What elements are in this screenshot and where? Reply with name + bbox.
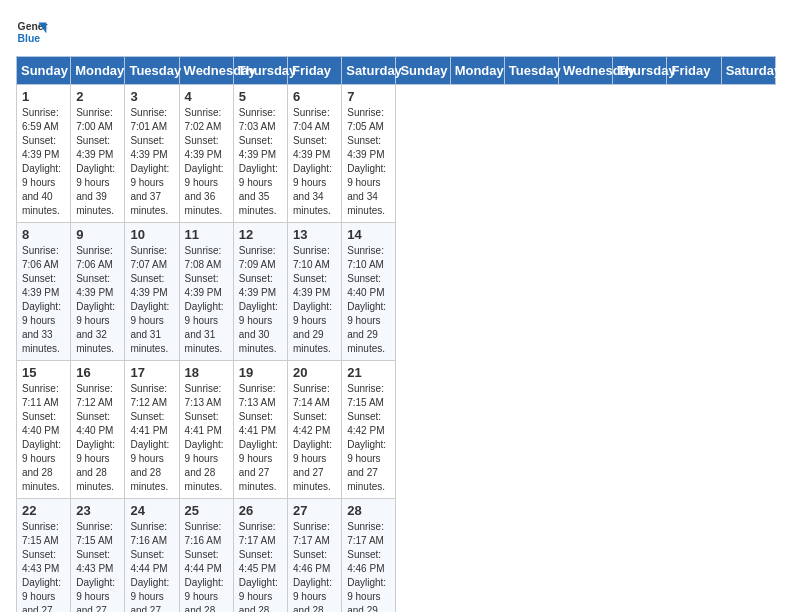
day-number: 11 <box>185 227 228 242</box>
day-info: Sunrise: 7:17 AM Sunset: 4:46 PM Dayligh… <box>347 520 390 612</box>
day-info: Sunrise: 7:03 AM Sunset: 4:39 PM Dayligh… <box>239 106 282 218</box>
svg-text:Blue: Blue <box>18 33 41 44</box>
day-number: 17 <box>130 365 173 380</box>
day-info: Sunrise: 7:15 AM Sunset: 4:43 PM Dayligh… <box>76 520 119 612</box>
day-number: 24 <box>130 503 173 518</box>
calendar-cell: 7 Sunrise: 7:05 AM Sunset: 4:39 PM Dayli… <box>342 85 396 223</box>
day-info: Sunrise: 6:59 AM Sunset: 4:39 PM Dayligh… <box>22 106 65 218</box>
day-info: Sunrise: 7:12 AM Sunset: 4:41 PM Dayligh… <box>130 382 173 494</box>
day-number: 25 <box>185 503 228 518</box>
day-number: 6 <box>293 89 336 104</box>
column-header-saturday: Saturday <box>721 57 775 85</box>
page-header: General Blue <box>16 16 776 48</box>
day-info: Sunrise: 7:08 AM Sunset: 4:39 PM Dayligh… <box>185 244 228 356</box>
day-info: Sunrise: 7:12 AM Sunset: 4:40 PM Dayligh… <box>76 382 119 494</box>
day-info: Sunrise: 7:17 AM Sunset: 4:46 PM Dayligh… <box>293 520 336 612</box>
calendar-table: SundayMondayTuesdayWednesdayThursdayFrid… <box>16 56 776 612</box>
column-header-monday: Monday <box>450 57 504 85</box>
column-header-wednesday: Wednesday <box>559 57 613 85</box>
calendar-cell: 11 Sunrise: 7:08 AM Sunset: 4:39 PM Dayl… <box>179 223 233 361</box>
calendar-cell: 15 Sunrise: 7:11 AM Sunset: 4:40 PM Dayl… <box>17 361 71 499</box>
day-number: 20 <box>293 365 336 380</box>
calendar-cell: 19 Sunrise: 7:13 AM Sunset: 4:41 PM Dayl… <box>233 361 287 499</box>
calendar-week-3: 15 Sunrise: 7:11 AM Sunset: 4:40 PM Dayl… <box>17 361 776 499</box>
calendar-week-2: 8 Sunrise: 7:06 AM Sunset: 4:39 PM Dayli… <box>17 223 776 361</box>
day-number: 4 <box>185 89 228 104</box>
day-number: 8 <box>22 227 65 242</box>
day-number: 16 <box>76 365 119 380</box>
day-info: Sunrise: 7:13 AM Sunset: 4:41 PM Dayligh… <box>239 382 282 494</box>
day-info: Sunrise: 7:09 AM Sunset: 4:39 PM Dayligh… <box>239 244 282 356</box>
calendar-cell: 6 Sunrise: 7:04 AM Sunset: 4:39 PM Dayli… <box>288 85 342 223</box>
day-number: 5 <box>239 89 282 104</box>
column-header-tuesday: Tuesday <box>125 57 179 85</box>
day-info: Sunrise: 7:10 AM Sunset: 4:40 PM Dayligh… <box>347 244 390 356</box>
day-info: Sunrise: 7:11 AM Sunset: 4:40 PM Dayligh… <box>22 382 65 494</box>
day-info: Sunrise: 7:15 AM Sunset: 4:43 PM Dayligh… <box>22 520 65 612</box>
day-number: 12 <box>239 227 282 242</box>
column-header-thursday: Thursday <box>233 57 287 85</box>
column-header-saturday: Saturday <box>342 57 396 85</box>
column-header-tuesday: Tuesday <box>504 57 558 85</box>
calendar-cell: 24 Sunrise: 7:16 AM Sunset: 4:44 PM Dayl… <box>125 499 179 613</box>
day-info: Sunrise: 7:01 AM Sunset: 4:39 PM Dayligh… <box>130 106 173 218</box>
calendar-cell: 22 Sunrise: 7:15 AM Sunset: 4:43 PM Dayl… <box>17 499 71 613</box>
calendar-cell: 13 Sunrise: 7:10 AM Sunset: 4:39 PM Dayl… <box>288 223 342 361</box>
calendar-cell: 3 Sunrise: 7:01 AM Sunset: 4:39 PM Dayli… <box>125 85 179 223</box>
calendar-cell: 23 Sunrise: 7:15 AM Sunset: 4:43 PM Dayl… <box>71 499 125 613</box>
day-number: 19 <box>239 365 282 380</box>
calendar-cell: 26 Sunrise: 7:17 AM Sunset: 4:45 PM Dayl… <box>233 499 287 613</box>
calendar-cell: 21 Sunrise: 7:15 AM Sunset: 4:42 PM Dayl… <box>342 361 396 499</box>
day-number: 2 <box>76 89 119 104</box>
day-number: 7 <box>347 89 390 104</box>
column-header-thursday: Thursday <box>613 57 667 85</box>
calendar-cell: 1 Sunrise: 6:59 AM Sunset: 4:39 PM Dayli… <box>17 85 71 223</box>
calendar-cell: 18 Sunrise: 7:13 AM Sunset: 4:41 PM Dayl… <box>179 361 233 499</box>
day-number: 18 <box>185 365 228 380</box>
calendar-week-4: 22 Sunrise: 7:15 AM Sunset: 4:43 PM Dayl… <box>17 499 776 613</box>
day-info: Sunrise: 7:16 AM Sunset: 4:44 PM Dayligh… <box>185 520 228 612</box>
day-number: 23 <box>76 503 119 518</box>
day-number: 22 <box>22 503 65 518</box>
day-number: 1 <box>22 89 65 104</box>
day-number: 10 <box>130 227 173 242</box>
day-info: Sunrise: 7:10 AM Sunset: 4:39 PM Dayligh… <box>293 244 336 356</box>
column-header-wednesday: Wednesday <box>179 57 233 85</box>
day-info: Sunrise: 7:17 AM Sunset: 4:45 PM Dayligh… <box>239 520 282 612</box>
column-header-friday: Friday <box>667 57 721 85</box>
calendar-cell: 14 Sunrise: 7:10 AM Sunset: 4:40 PM Dayl… <box>342 223 396 361</box>
calendar-header-row: SundayMondayTuesdayWednesdayThursdayFrid… <box>17 57 776 85</box>
calendar-week-1: 1 Sunrise: 6:59 AM Sunset: 4:39 PM Dayli… <box>17 85 776 223</box>
column-header-monday: Monday <box>71 57 125 85</box>
calendar-cell: 25 Sunrise: 7:16 AM Sunset: 4:44 PM Dayl… <box>179 499 233 613</box>
calendar-cell: 16 Sunrise: 7:12 AM Sunset: 4:40 PM Dayl… <box>71 361 125 499</box>
day-info: Sunrise: 7:13 AM Sunset: 4:41 PM Dayligh… <box>185 382 228 494</box>
logo: General Blue <box>16 16 48 48</box>
day-number: 28 <box>347 503 390 518</box>
calendar-cell: 12 Sunrise: 7:09 AM Sunset: 4:39 PM Dayl… <box>233 223 287 361</box>
calendar-cell: 28 Sunrise: 7:17 AM Sunset: 4:46 PM Dayl… <box>342 499 396 613</box>
calendar-cell: 20 Sunrise: 7:14 AM Sunset: 4:42 PM Dayl… <box>288 361 342 499</box>
day-info: Sunrise: 7:07 AM Sunset: 4:39 PM Dayligh… <box>130 244 173 356</box>
calendar-cell: 4 Sunrise: 7:02 AM Sunset: 4:39 PM Dayli… <box>179 85 233 223</box>
calendar-cell: 10 Sunrise: 7:07 AM Sunset: 4:39 PM Dayl… <box>125 223 179 361</box>
day-number: 3 <box>130 89 173 104</box>
calendar-cell: 5 Sunrise: 7:03 AM Sunset: 4:39 PM Dayli… <box>233 85 287 223</box>
day-info: Sunrise: 7:02 AM Sunset: 4:39 PM Dayligh… <box>185 106 228 218</box>
day-number: 9 <box>76 227 119 242</box>
day-number: 21 <box>347 365 390 380</box>
logo-icon: General Blue <box>16 16 48 48</box>
day-number: 26 <box>239 503 282 518</box>
day-number: 14 <box>347 227 390 242</box>
calendar-cell: 2 Sunrise: 7:00 AM Sunset: 4:39 PM Dayli… <box>71 85 125 223</box>
day-info: Sunrise: 7:15 AM Sunset: 4:42 PM Dayligh… <box>347 382 390 494</box>
column-header-sunday: Sunday <box>396 57 450 85</box>
day-info: Sunrise: 7:14 AM Sunset: 4:42 PM Dayligh… <box>293 382 336 494</box>
day-info: Sunrise: 7:05 AM Sunset: 4:39 PM Dayligh… <box>347 106 390 218</box>
calendar-cell: 17 Sunrise: 7:12 AM Sunset: 4:41 PM Dayl… <box>125 361 179 499</box>
calendar-cell: 27 Sunrise: 7:17 AM Sunset: 4:46 PM Dayl… <box>288 499 342 613</box>
day-number: 15 <box>22 365 65 380</box>
column-header-friday: Friday <box>288 57 342 85</box>
column-header-sunday: Sunday <box>17 57 71 85</box>
day-info: Sunrise: 7:16 AM Sunset: 4:44 PM Dayligh… <box>130 520 173 612</box>
